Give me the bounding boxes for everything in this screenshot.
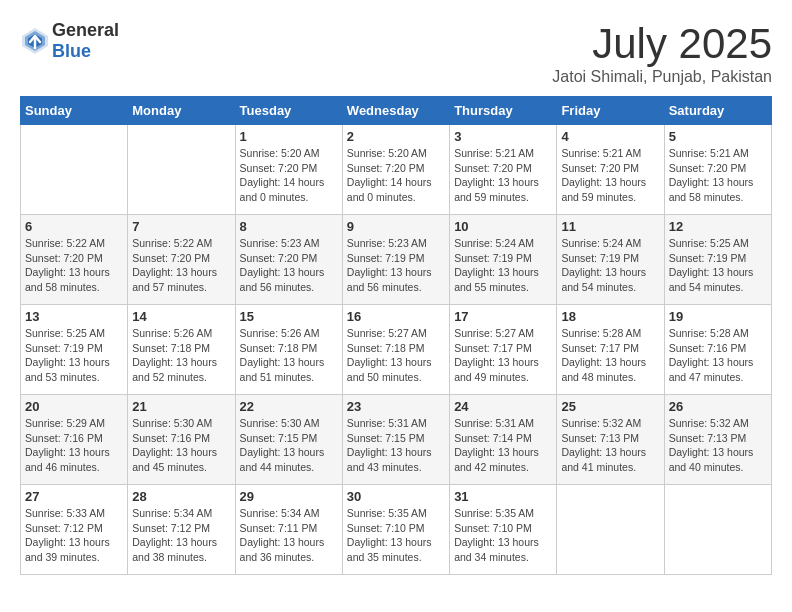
calendar-cell: 8Sunrise: 5:23 AM Sunset: 7:20 PM Daylig…	[235, 215, 342, 305]
calendar-cell: 5Sunrise: 5:21 AM Sunset: 7:20 PM Daylig…	[664, 125, 771, 215]
calendar-cell: 28Sunrise: 5:34 AM Sunset: 7:12 PM Dayli…	[128, 485, 235, 575]
calendar-cell	[664, 485, 771, 575]
calendar-cell: 30Sunrise: 5:35 AM Sunset: 7:10 PM Dayli…	[342, 485, 449, 575]
day-info: Sunrise: 5:21 AM Sunset: 7:20 PM Dayligh…	[669, 146, 767, 205]
day-number: 19	[669, 309, 767, 324]
day-number: 29	[240, 489, 338, 504]
day-info: Sunrise: 5:27 AM Sunset: 7:18 PM Dayligh…	[347, 326, 445, 385]
day-number: 27	[25, 489, 123, 504]
day-number: 20	[25, 399, 123, 414]
calendar-location: Jatoi Shimali, Punjab, Pakistan	[552, 68, 772, 86]
day-number: 3	[454, 129, 552, 144]
calendar-cell: 20Sunrise: 5:29 AM Sunset: 7:16 PM Dayli…	[21, 395, 128, 485]
day-number: 28	[132, 489, 230, 504]
day-info: Sunrise: 5:22 AM Sunset: 7:20 PM Dayligh…	[25, 236, 123, 295]
calendar-cell: 12Sunrise: 5:25 AM Sunset: 7:19 PM Dayli…	[664, 215, 771, 305]
day-info: Sunrise: 5:27 AM Sunset: 7:17 PM Dayligh…	[454, 326, 552, 385]
calendar-cell: 26Sunrise: 5:32 AM Sunset: 7:13 PM Dayli…	[664, 395, 771, 485]
day-number: 30	[347, 489, 445, 504]
day-number: 15	[240, 309, 338, 324]
weekday-header-thursday: Thursday	[450, 97, 557, 125]
day-info: Sunrise: 5:26 AM Sunset: 7:18 PM Dayligh…	[132, 326, 230, 385]
calendar-week-row: 6Sunrise: 5:22 AM Sunset: 7:20 PM Daylig…	[21, 215, 772, 305]
day-info: Sunrise: 5:22 AM Sunset: 7:20 PM Dayligh…	[132, 236, 230, 295]
day-number: 12	[669, 219, 767, 234]
day-number: 8	[240, 219, 338, 234]
day-info: Sunrise: 5:35 AM Sunset: 7:10 PM Dayligh…	[347, 506, 445, 565]
weekday-header-row: SundayMondayTuesdayWednesdayThursdayFrid…	[21, 97, 772, 125]
calendar-cell	[128, 125, 235, 215]
day-number: 25	[561, 399, 659, 414]
logo-icon	[20, 26, 50, 56]
calendar-cell: 3Sunrise: 5:21 AM Sunset: 7:20 PM Daylig…	[450, 125, 557, 215]
calendar-cell: 16Sunrise: 5:27 AM Sunset: 7:18 PM Dayli…	[342, 305, 449, 395]
weekday-header-sunday: Sunday	[21, 97, 128, 125]
calendar-cell: 25Sunrise: 5:32 AM Sunset: 7:13 PM Dayli…	[557, 395, 664, 485]
day-number: 5	[669, 129, 767, 144]
day-info: Sunrise: 5:21 AM Sunset: 7:20 PM Dayligh…	[561, 146, 659, 205]
day-number: 22	[240, 399, 338, 414]
day-info: Sunrise: 5:34 AM Sunset: 7:12 PM Dayligh…	[132, 506, 230, 565]
calendar-cell: 24Sunrise: 5:31 AM Sunset: 7:14 PM Dayli…	[450, 395, 557, 485]
day-info: Sunrise: 5:32 AM Sunset: 7:13 PM Dayligh…	[669, 416, 767, 475]
day-info: Sunrise: 5:28 AM Sunset: 7:17 PM Dayligh…	[561, 326, 659, 385]
day-info: Sunrise: 5:20 AM Sunset: 7:20 PM Dayligh…	[240, 146, 338, 205]
weekday-header-tuesday: Tuesday	[235, 97, 342, 125]
day-info: Sunrise: 5:23 AM Sunset: 7:19 PM Dayligh…	[347, 236, 445, 295]
calendar-cell: 18Sunrise: 5:28 AM Sunset: 7:17 PM Dayli…	[557, 305, 664, 395]
calendar-cell: 13Sunrise: 5:25 AM Sunset: 7:19 PM Dayli…	[21, 305, 128, 395]
calendar-week-row: 20Sunrise: 5:29 AM Sunset: 7:16 PM Dayli…	[21, 395, 772, 485]
day-info: Sunrise: 5:29 AM Sunset: 7:16 PM Dayligh…	[25, 416, 123, 475]
day-info: Sunrise: 5:34 AM Sunset: 7:11 PM Dayligh…	[240, 506, 338, 565]
weekday-header-saturday: Saturday	[664, 97, 771, 125]
day-info: Sunrise: 5:25 AM Sunset: 7:19 PM Dayligh…	[25, 326, 123, 385]
weekday-header-friday: Friday	[557, 97, 664, 125]
calendar-table: SundayMondayTuesdayWednesdayThursdayFrid…	[20, 96, 772, 575]
logo: General Blue	[20, 20, 119, 62]
calendar-cell: 11Sunrise: 5:24 AM Sunset: 7:19 PM Dayli…	[557, 215, 664, 305]
calendar-cell	[557, 485, 664, 575]
day-info: Sunrise: 5:35 AM Sunset: 7:10 PM Dayligh…	[454, 506, 552, 565]
day-info: Sunrise: 5:31 AM Sunset: 7:15 PM Dayligh…	[347, 416, 445, 475]
day-info: Sunrise: 5:20 AM Sunset: 7:20 PM Dayligh…	[347, 146, 445, 205]
logo-general-text: General	[52, 20, 119, 40]
page-header: General Blue July 2025 Jatoi Shimali, Pu…	[20, 20, 772, 86]
calendar-cell: 29Sunrise: 5:34 AM Sunset: 7:11 PM Dayli…	[235, 485, 342, 575]
logo-name: General Blue	[52, 20, 119, 62]
calendar-cell: 21Sunrise: 5:30 AM Sunset: 7:16 PM Dayli…	[128, 395, 235, 485]
day-number: 18	[561, 309, 659, 324]
calendar-cell: 10Sunrise: 5:24 AM Sunset: 7:19 PM Dayli…	[450, 215, 557, 305]
title-block: July 2025 Jatoi Shimali, Punjab, Pakista…	[552, 20, 772, 86]
calendar-cell: 15Sunrise: 5:26 AM Sunset: 7:18 PM Dayli…	[235, 305, 342, 395]
day-number: 21	[132, 399, 230, 414]
day-info: Sunrise: 5:30 AM Sunset: 7:15 PM Dayligh…	[240, 416, 338, 475]
day-info: Sunrise: 5:23 AM Sunset: 7:20 PM Dayligh…	[240, 236, 338, 295]
day-info: Sunrise: 5:32 AM Sunset: 7:13 PM Dayligh…	[561, 416, 659, 475]
weekday-header-monday: Monday	[128, 97, 235, 125]
day-info: Sunrise: 5:25 AM Sunset: 7:19 PM Dayligh…	[669, 236, 767, 295]
day-number: 6	[25, 219, 123, 234]
day-info: Sunrise: 5:33 AM Sunset: 7:12 PM Dayligh…	[25, 506, 123, 565]
day-number: 14	[132, 309, 230, 324]
calendar-cell: 4Sunrise: 5:21 AM Sunset: 7:20 PM Daylig…	[557, 125, 664, 215]
calendar-week-row: 1Sunrise: 5:20 AM Sunset: 7:20 PM Daylig…	[21, 125, 772, 215]
day-number: 31	[454, 489, 552, 504]
day-number: 23	[347, 399, 445, 414]
day-info: Sunrise: 5:31 AM Sunset: 7:14 PM Dayligh…	[454, 416, 552, 475]
calendar-cell: 2Sunrise: 5:20 AM Sunset: 7:20 PM Daylig…	[342, 125, 449, 215]
calendar-cell: 22Sunrise: 5:30 AM Sunset: 7:15 PM Dayli…	[235, 395, 342, 485]
day-info: Sunrise: 5:28 AM Sunset: 7:16 PM Dayligh…	[669, 326, 767, 385]
day-number: 13	[25, 309, 123, 324]
calendar-cell: 14Sunrise: 5:26 AM Sunset: 7:18 PM Dayli…	[128, 305, 235, 395]
calendar-week-row: 27Sunrise: 5:33 AM Sunset: 7:12 PM Dayli…	[21, 485, 772, 575]
day-number: 1	[240, 129, 338, 144]
calendar-title: July 2025	[552, 20, 772, 68]
calendar-cell: 1Sunrise: 5:20 AM Sunset: 7:20 PM Daylig…	[235, 125, 342, 215]
day-info: Sunrise: 5:26 AM Sunset: 7:18 PM Dayligh…	[240, 326, 338, 385]
day-number: 10	[454, 219, 552, 234]
weekday-header-wednesday: Wednesday	[342, 97, 449, 125]
day-number: 16	[347, 309, 445, 324]
calendar-cell: 7Sunrise: 5:22 AM Sunset: 7:20 PM Daylig…	[128, 215, 235, 305]
calendar-cell: 9Sunrise: 5:23 AM Sunset: 7:19 PM Daylig…	[342, 215, 449, 305]
calendar-cell	[21, 125, 128, 215]
